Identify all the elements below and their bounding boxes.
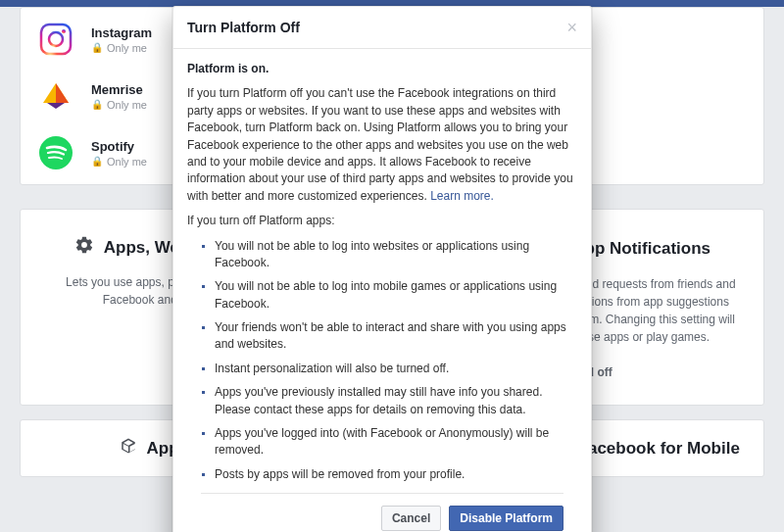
disable-platform-button[interactable]: Disable Platform — [449, 506, 564, 531]
privacy-label: Only me — [107, 99, 147, 111]
app-privacy: 🔒 Only me — [91, 156, 147, 168]
lock-icon: 🔒 — [91, 42, 103, 53]
dialog-intro: If you turn Platform off you can't use t… — [187, 85, 577, 205]
app-privacy: 🔒 Only me — [91, 99, 147, 111]
svg-marker-5 — [47, 103, 65, 109]
privacy-label: Only me — [107, 156, 147, 168]
lock-icon: 🔒 — [91, 99, 103, 110]
list-item: You will not be able to log into website… — [215, 238, 577, 272]
list-item: Apps you've previously installed may sti… — [215, 384, 577, 418]
memrise-icon — [36, 76, 75, 116]
list-item: Posts by apps will be removed from your … — [215, 466, 577, 483]
list-item: You will not be able to log into mobile … — [215, 278, 577, 313]
list-item: Instant personalization will also be tur… — [215, 361, 577, 377]
svg-point-2 — [62, 29, 66, 33]
list-item: Apps you've logged into (with Facebook o… — [215, 425, 577, 459]
dialog-bullet-list: You will not be able to log into website… — [187, 238, 577, 484]
cube-icon — [120, 437, 137, 459]
cancel-button[interactable]: Cancel — [381, 506, 441, 531]
dialog-list-intro: If you turn off Platform apps: — [187, 213, 577, 229]
dialog-footer: Cancel Disable Platform — [201, 493, 564, 532]
app-name: Spotify — [91, 139, 147, 154]
instagram-icon — [36, 20, 75, 59]
svg-point-1 — [49, 32, 63, 46]
dialog-title: Turn Platform Off — [187, 20, 300, 35]
spotify-icon — [36, 133, 75, 172]
app-name: Memrise — [91, 82, 147, 97]
turn-platform-off-dialog: Turn Platform Off × Platform is on. If y… — [172, 6, 592, 532]
learn-more-link[interactable]: Learn more. — [430, 189, 494, 203]
close-icon[interactable]: × — [566, 19, 577, 36]
svg-marker-4 — [56, 83, 69, 103]
intro-text: If you turn Platform off you can't use t… — [187, 86, 573, 202]
svg-rect-0 — [41, 24, 71, 54]
app-privacy: 🔒 Only me — [91, 42, 152, 54]
privacy-label: Only me — [107, 42, 147, 54]
dialog-body: Platform is on. If you turn Platform off… — [173, 49, 591, 532]
lock-icon: 🔒 — [91, 156, 103, 167]
list-item: Your friends won't be able to interact a… — [215, 319, 577, 354]
dialog-subtitle: Platform is on. — [187, 61, 577, 77]
app-name: Instagram — [91, 25, 152, 40]
dialog-header: Turn Platform Off × — [173, 7, 591, 49]
gear-icon — [74, 235, 94, 260]
